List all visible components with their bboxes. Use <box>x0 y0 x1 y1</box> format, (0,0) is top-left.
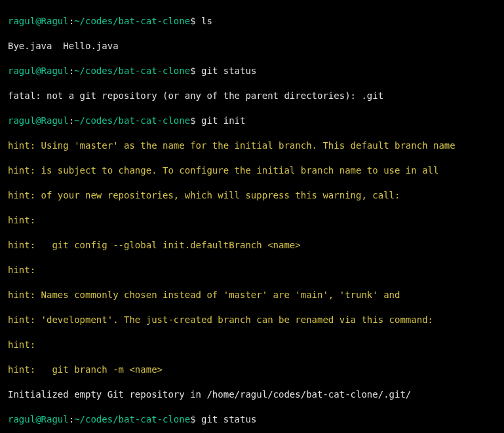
prompt-colon: : <box>69 16 74 26</box>
prompt-dollar: $ <box>190 66 195 76</box>
prompt-dollar: $ <box>190 414 195 424</box>
cmd-git-status: git status <box>196 66 257 76</box>
prompt-path: ~/codes/bat-cat-clone <box>74 66 190 76</box>
prompt-colon: : <box>69 115 74 126</box>
hint-line: hint: Names commonly chosen instead of '… <box>8 289 496 301</box>
hint-line: hint: <box>8 264 496 276</box>
prompt-colon: : <box>69 66 74 76</box>
ls-output: Bye.java Hello.java <box>8 40 496 52</box>
prompt-user: ragul@Ragul <box>8 414 69 424</box>
prompt-path: ~/codes/bat-cat-clone <box>74 115 190 126</box>
hint-line: hint: git config --global init.defaultBr… <box>8 239 496 252</box>
prompt-user: ragul@Ragul <box>8 16 69 26</box>
hint-line: hint: 'development'. The just-created br… <box>8 314 496 326</box>
cmd-git-status: git status <box>196 414 257 424</box>
hint-line: hint: git branch -m <name> <box>8 364 496 376</box>
prompt-dollar: $ <box>190 16 195 26</box>
prompt-user: ragul@Ragul <box>8 115 69 126</box>
terminal-output[interactable]: ragul@Ragul:~/codes/bat-cat-clone$ ls By… <box>0 0 504 433</box>
prompt-dollar: $ <box>190 115 195 126</box>
hint-line: hint: <box>8 214 496 227</box>
prompt-path: ~/codes/bat-cat-clone <box>74 16 190 26</box>
fatal-output: fatal: not a git repository (or any of t… <box>8 90 496 102</box>
initialized-output: Initialized empty Git repository in /hom… <box>8 388 496 401</box>
hint-line: hint: of your new repositories, which wi… <box>8 189 496 202</box>
cmd-ls: ls <box>196 16 212 26</box>
cmd-git-init: git init <box>196 115 246 126</box>
hint-line: hint: is subject to change. To configure… <box>8 164 496 177</box>
prompt-path: ~/codes/bat-cat-clone <box>74 414 190 424</box>
prompt-colon: : <box>69 414 74 424</box>
hint-line: hint: <box>8 339 496 351</box>
hint-line: hint: Using 'master' as the name for the… <box>8 140 496 152</box>
prompt-user: ragul@Ragul <box>8 66 69 76</box>
